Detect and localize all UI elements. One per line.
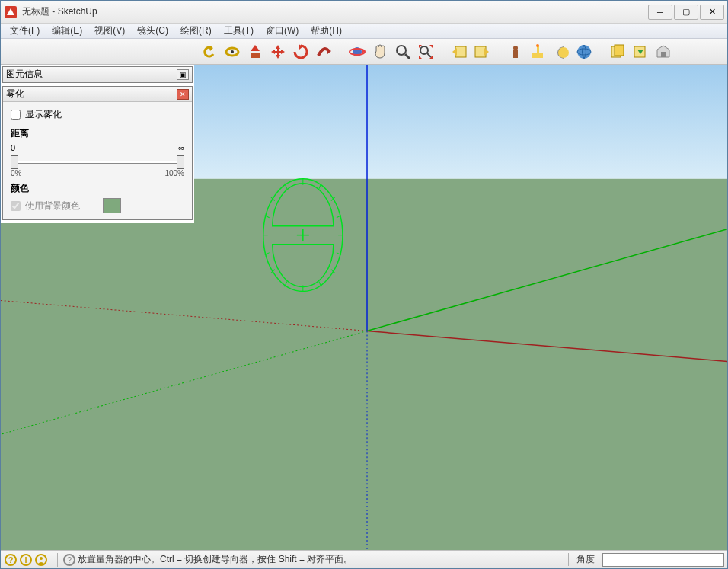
show-fog-label: 显示雾化 — [25, 108, 62, 121]
svg-point-30 — [577, 45, 591, 59]
menubar: 文件(F) 编辑(E) 视图(V) 镜头(C) 绘图(R) 工具(T) 窗口(W… — [1, 24, 727, 39]
app-icon — [4, 5, 18, 19]
prev-view-icon[interactable] — [449, 41, 470, 62]
redo-icon[interactable] — [222, 41, 243, 62]
undo-icon[interactable] — [199, 41, 220, 62]
info-icon[interactable]: i — [19, 553, 33, 567]
vcb-label: 角度 — [568, 553, 602, 566]
pan-icon[interactable] — [369, 41, 391, 62]
svg-marker-5 — [251, 45, 260, 51]
fog-title: 雾化 — [6, 88, 24, 101]
user-icon[interactable] — [34, 553, 48, 567]
close-button[interactable]: ✕ — [700, 5, 724, 20]
color-section-label: 颜色 — [11, 182, 184, 195]
vcb-input[interactable] — [602, 553, 724, 567]
slider-max-label: 100% — [164, 169, 184, 177]
zoom-extents-icon[interactable] — [415, 41, 436, 62]
statusbar: ? i ? 放置量角器的中心。Ctrl = 切换创建导向器，按住 Shift =… — [1, 550, 727, 568]
svg-line-15 — [427, 53, 431, 57]
maximize-button[interactable]: ▢ — [674, 5, 698, 20]
svg-text:?: ? — [8, 555, 14, 564]
titlebar: 无标题 - SketchUp ─ ▢ ✕ — [1, 1, 727, 24]
svg-rect-4 — [251, 53, 260, 58]
svg-rect-26 — [532, 53, 543, 58]
distance-max: ∞ — [178, 143, 184, 152]
svg-point-70 — [40, 557, 43, 560]
svg-marker-23 — [484, 48, 489, 56]
panel-collapse-button[interactable]: ▣ — [177, 69, 189, 80]
hint-icon: ? — [62, 553, 76, 567]
fog-panel: 雾化 ✕ 显示雾化 距离 0 ∞ — [2, 86, 193, 220]
menu-help[interactable]: 帮助(H) — [305, 23, 348, 39]
menu-camera[interactable]: 镜头(C) — [131, 23, 174, 39]
svg-rect-22 — [475, 46, 486, 57]
download-icon[interactable] — [630, 41, 651, 62]
minimize-button[interactable]: ─ — [648, 5, 672, 20]
menu-draw[interactable]: 绘图(R) — [174, 23, 218, 39]
svg-point-3 — [231, 50, 234, 53]
push-pull-icon[interactable] — [244, 41, 266, 62]
svg-marker-18 — [419, 56, 422, 59]
svg-point-28 — [536, 44, 539, 47]
svg-rect-33 — [615, 45, 624, 56]
orbit-icon[interactable] — [346, 41, 368, 62]
svg-point-24 — [513, 46, 518, 50]
person-icon[interactable] — [505, 41, 526, 62]
svg-rect-39 — [1, 179, 727, 550]
svg-rect-25 — [513, 50, 518, 58]
entity-info-title: 图元信息 — [6, 68, 43, 81]
menu-file[interactable]: 文件(F) — [4, 23, 46, 39]
fog-color-swatch[interactable] — [103, 198, 121, 213]
distance-label: 距离 — [11, 127, 184, 140]
window-title: 无标题 - SketchUp — [22, 5, 647, 18]
slider-thumb-near[interactable] — [11, 155, 18, 169]
svg-line-13 — [405, 54, 410, 59]
menu-window[interactable]: 窗口(W) — [260, 23, 305, 39]
menu-edit[interactable]: 编辑(E) — [46, 23, 88, 39]
status-hint: 放置量角器的中心。Ctrl = 切换创建导向器，按住 Shift = 对齐平面。 — [76, 553, 568, 566]
distance-min: 0 — [11, 143, 15, 152]
shadows-icon[interactable] — [551, 41, 572, 62]
model-info-icon[interactable] — [573, 41, 595, 62]
window-controls: ─ ▢ ✕ — [647, 5, 724, 20]
next-view-icon[interactable] — [471, 41, 493, 62]
3d-warehouse-icon[interactable] — [653, 41, 674, 62]
svg-text:i: i — [24, 555, 27, 564]
help-icon[interactable]: ? — [4, 553, 18, 567]
move-icon[interactable] — [267, 41, 289, 62]
rotate-icon[interactable] — [290, 41, 311, 62]
svg-marker-21 — [452, 48, 457, 56]
show-fog-row[interactable]: 显示雾化 — [11, 108, 184, 121]
svg-rect-37 — [661, 52, 666, 57]
svg-marker-6 — [271, 45, 285, 59]
svg-text:?: ? — [67, 555, 72, 564]
show-fog-checkbox[interactable] — [11, 110, 21, 120]
outliner-icon[interactable] — [607, 41, 628, 62]
svg-point-12 — [397, 46, 406, 55]
svg-marker-17 — [429, 45, 433, 48]
fog-distance-slider[interactable] — [11, 154, 184, 169]
panel-close-button[interactable]: ✕ — [177, 89, 189, 100]
use-bg-color-checkbox[interactable] — [11, 201, 21, 211]
svg-point-29 — [558, 47, 569, 58]
entity-info-panel: 图元信息 ▣ — [2, 66, 193, 83]
svg-rect-20 — [455, 46, 466, 57]
svg-point-14 — [420, 46, 428, 54]
menu-view[interactable]: 视图(V) — [88, 23, 131, 39]
menu-tools[interactable]: 工具(T) — [218, 23, 260, 39]
layers-icon[interactable] — [528, 41, 549, 62]
toolbar — [1, 39, 727, 65]
slider-min-label: 0% — [11, 169, 21, 177]
slider-thumb-far[interactable] — [177, 155, 184, 169]
use-bg-color-label: 使用背景颜色 — [25, 200, 80, 213]
follow-me-icon[interactable] — [313, 41, 334, 62]
zoom-icon[interactable] — [392, 41, 413, 62]
